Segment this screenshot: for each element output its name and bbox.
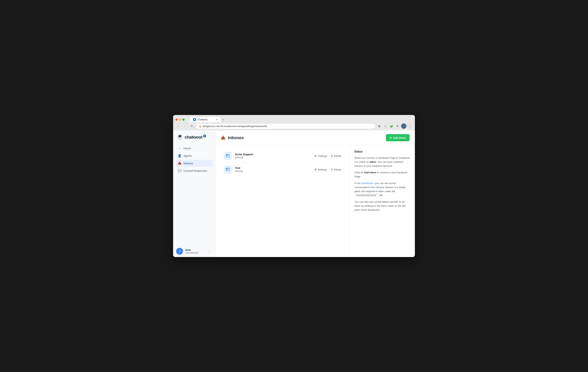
delete-icon: ⊖ (331, 168, 333, 171)
settings-label: Settings (318, 168, 327, 171)
inbox-type: Website (235, 156, 311, 159)
settings-icon: ⚙ (314, 168, 317, 171)
bold-inbox: Inbox (370, 160, 376, 163)
more-options-button[interactable]: ⋮ (407, 123, 413, 129)
dashboard-link[interactable]: Dashboard (361, 182, 374, 185)
svg-rect-5 (227, 156, 228, 156)
user-role: Administrator (185, 251, 205, 254)
delete-label: Delete (334, 168, 341, 171)
notification-badge: 8 (203, 135, 206, 138)
address-bar[interactable]: 🔒 dangerous-cow-96.localtunnel.me/app/se… (196, 124, 375, 129)
traffic-lights[interactable] (175, 118, 185, 121)
svg-point-10 (227, 168, 227, 169)
inbox-delete-button[interactable]: ⊖ Delete (331, 168, 341, 171)
sidebar-item-inboxes[interactable]: 📥 Inboxes (175, 160, 213, 167)
app-logo-text: chatwoot (185, 135, 202, 140)
user-name: John (185, 249, 205, 251)
bold-add-inbox: Add Inbox (364, 171, 376, 174)
inbox-item: Test Website ⚙ Settings ⊖ Delete (221, 163, 344, 176)
svg-rect-6 (227, 156, 228, 157)
page-title-icon: 📥 (221, 136, 225, 140)
settings-icon: ⚙ (314, 154, 317, 157)
forward-button[interactable]: › (182, 123, 188, 129)
info-paragraph-1: When you connect a Facebook Page to Chat… (355, 156, 410, 168)
content-body: Acme Support Website ⚙ Settings ⊖ Delete (215, 145, 415, 257)
sidebar-item-canned-responses[interactable]: 💬 Canned Responses (175, 167, 213, 174)
home-icon: ‹ (178, 147, 181, 150)
lock-icon: 🔒 (199, 125, 201, 128)
inboxes-list: Acme Support Website ⚙ Settings ⊖ Delete (215, 145, 350, 257)
svg-point-3 (226, 155, 227, 155)
delete-label: Delete (334, 155, 341, 157)
chatwoot-logo-icon (177, 134, 183, 140)
sidebar-label-home: Home (183, 147, 190, 150)
info-paragraph-2: Click on Add Inbox to connect a new Face… (355, 171, 410, 179)
url-text: dangerous-cow-96.localtunnel.me/app/sett… (203, 125, 267, 128)
star-button[interactable]: ☆ (383, 123, 388, 129)
settings-label: Settings (318, 155, 327, 157)
inbox-delete-button[interactable]: ⊖ Delete (331, 154, 341, 157)
tab-title: Chatwoot (198, 118, 208, 121)
close-window-button[interactable] (175, 118, 178, 121)
add-bookmark-button[interactable]: ⊕ (377, 123, 382, 129)
conversations-tab-code: `Conversations` (355, 193, 378, 197)
inbox-icon-test (224, 165, 232, 173)
inbox-actions-test: ⚙ Settings ⊖ Delete (314, 168, 341, 171)
inbox-settings-button[interactable]: ⚙ Settings (314, 168, 327, 171)
sidebar-footer: J John Administrator ⋮ (173, 245, 215, 257)
refresh-button[interactable]: ↻ (189, 123, 195, 129)
main-content: 📥 Inboxes ⊕ Add Inbox (215, 130, 415, 257)
logo-area: chatwoot 8 (173, 130, 215, 143)
website-inbox-icon (225, 167, 230, 172)
inbox-details-test: Test Website (235, 166, 311, 172)
avatar: J (176, 248, 183, 255)
sidebar-label-agents: Agents (183, 154, 192, 157)
inbox-actions-acme: ⚙ Settings ⊖ Delete (314, 154, 341, 157)
maximize-window-button[interactable] (182, 118, 185, 121)
back-button[interactable]: ‹ (175, 123, 181, 129)
profile-button[interactable]: 👤 (401, 123, 407, 129)
add-inbox-icon: ⊕ (389, 136, 392, 139)
user-info: John Administrator (185, 249, 205, 254)
tab-favicon (193, 118, 196, 121)
grammarly-button[interactable]: G (395, 123, 400, 129)
sidebar-item-agents[interactable]: 👤 Agents (175, 152, 213, 159)
extension-button[interactable]: 🧩 (389, 123, 394, 129)
svg-rect-12 (227, 170, 228, 170)
info-paragraph-3: In the Dashboard, you can see all the co… (355, 181, 410, 197)
canned-responses-icon: 💬 (178, 169, 181, 172)
new-tab-button[interactable]: + (221, 117, 225, 122)
info-panel: Inbox When you connect a Facebook Page t… (350, 145, 415, 257)
website-inbox-icon (225, 154, 230, 158)
inbox-type: Website (235, 170, 311, 172)
inbox-name: Acme Support (235, 153, 311, 156)
tab-close-button[interactable]: × (216, 118, 218, 121)
info-panel-title: Inbox (355, 150, 410, 153)
svg-point-9 (226, 168, 227, 169)
sidebar-label-canned-responses: Canned Responses (183, 169, 207, 172)
svg-rect-11 (227, 169, 228, 170)
add-inbox-label: Add Inbox (393, 136, 406, 139)
user-menu-button[interactable]: ⋮ (207, 249, 212, 254)
sidebar-navigation: ‹ Home 👤 Agents 📥 Inboxes 💬 Canned Respo… (173, 143, 215, 245)
sidebar-label-inboxes: Inboxes (183, 162, 193, 165)
browser-tab[interactable]: Chatwoot × (190, 117, 221, 122)
minimize-window-button[interactable] (179, 118, 181, 121)
user-initials: J (179, 250, 180, 253)
inboxes-icon: 📥 (178, 161, 181, 165)
delete-icon: ⊖ (331, 154, 333, 157)
inbox-settings-button[interactable]: ⚙ Settings (314, 154, 327, 157)
inbox-details-acme: Acme Support Website (235, 153, 311, 159)
inbox-name: Test (235, 166, 311, 170)
page-header: 📥 Inboxes ⊕ Add Inbox (215, 130, 415, 145)
inbox-icon-acme (224, 152, 232, 160)
svg-point-4 (227, 155, 227, 155)
inbox-item: Acme Support Website ⚙ Settings ⊖ Delete (221, 149, 344, 163)
page-title-area: 📥 Inboxes (221, 135, 244, 140)
add-inbox-button[interactable]: ⊕ Add Inbox (386, 134, 410, 141)
sidebar-item-home[interactable]: ‹ Home (175, 145, 213, 152)
sidebar: chatwoot 8 ‹ Home 👤 Agents 📥 Inboxes 💬 (173, 130, 215, 257)
agents-icon: 👤 (178, 154, 181, 158)
page-title: Inboxes (228, 135, 244, 140)
info-paragraph-4: You can also see conversations specific … (355, 200, 410, 212)
